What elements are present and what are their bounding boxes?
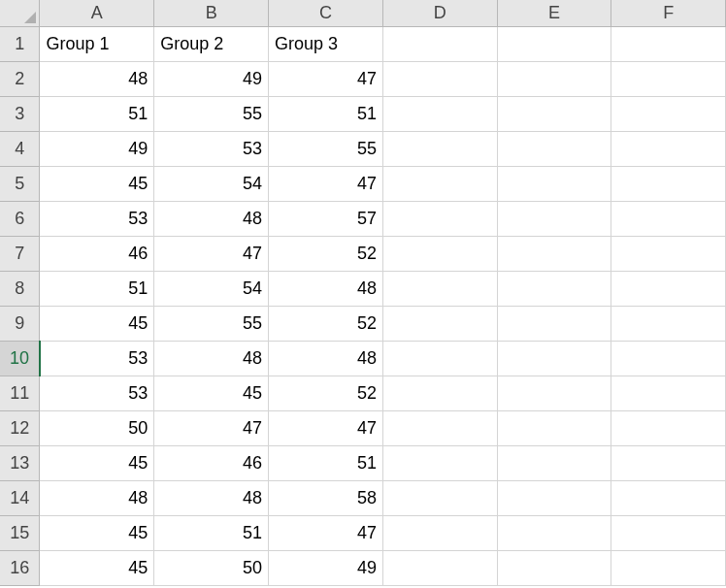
cell-F7[interactable] [611, 236, 726, 271]
cell-A15[interactable]: 45 [40, 515, 154, 550]
cell-A5[interactable]: 45 [40, 166, 154, 201]
cell-A12[interactable]: 50 [40, 410, 154, 445]
row-header-4[interactable]: 4 [0, 131, 40, 166]
row-header-7[interactable]: 7 [0, 236, 40, 271]
cell-E1[interactable] [497, 26, 611, 61]
cell-F9[interactable] [611, 306, 726, 341]
row-header-8[interactable]: 8 [0, 271, 40, 306]
cell-B13[interactable]: 46 [154, 445, 269, 480]
column-header-A[interactable]: A [40, 0, 154, 26]
cell-F6[interactable] [611, 201, 726, 236]
cell-C12[interactable]: 47 [269, 410, 383, 445]
row-header-5[interactable]: 5 [0, 166, 40, 201]
cell-B15[interactable]: 51 [154, 515, 269, 550]
cell-C7[interactable]: 52 [269, 236, 383, 271]
cell-A7[interactable]: 46 [40, 236, 154, 271]
cell-C1[interactable]: Group 3 [269, 26, 383, 61]
column-header-B[interactable]: B [154, 0, 269, 26]
cell-C11[interactable]: 52 [269, 376, 383, 410]
cell-E2[interactable] [497, 61, 611, 96]
cell-B4[interactable]: 53 [154, 131, 269, 166]
cell-C8[interactable]: 48 [269, 271, 383, 306]
cell-D12[interactable] [382, 410, 497, 445]
cell-F13[interactable] [611, 445, 726, 480]
cell-B1[interactable]: Group 2 [154, 26, 269, 61]
cell-A8[interactable]: 51 [40, 271, 154, 306]
cell-A1[interactable]: Group 1 [40, 26, 154, 61]
cell-E4[interactable] [497, 131, 611, 166]
cell-B6[interactable]: 48 [154, 201, 269, 236]
cell-D15[interactable] [382, 515, 497, 550]
cell-B3[interactable]: 55 [154, 96, 269, 131]
cell-F16[interactable] [611, 550, 726, 585]
row-header-10[interactable]: 10 [0, 341, 40, 376]
cell-E14[interactable] [497, 480, 611, 515]
cell-A13[interactable]: 45 [40, 445, 154, 480]
column-header-D[interactable]: D [382, 0, 497, 26]
cell-F1[interactable] [611, 26, 726, 61]
cell-F4[interactable] [611, 131, 726, 166]
cell-D2[interactable] [382, 61, 497, 96]
cell-C16[interactable]: 49 [269, 550, 383, 585]
cell-B10[interactable]: 48 [154, 341, 269, 376]
cell-F11[interactable] [611, 376, 726, 410]
cell-C10[interactable]: 48 [269, 341, 383, 376]
cell-F8[interactable] [611, 271, 726, 306]
cell-E9[interactable] [497, 306, 611, 341]
row-header-15[interactable]: 15 [0, 515, 40, 550]
cell-C5[interactable]: 47 [269, 166, 383, 201]
cell-B16[interactable]: 50 [154, 550, 269, 585]
cell-F14[interactable] [611, 480, 726, 515]
cell-C4[interactable]: 55 [269, 131, 383, 166]
row-header-13[interactable]: 13 [0, 445, 40, 480]
cell-C2[interactable]: 47 [269, 61, 383, 96]
cell-A2[interactable]: 48 [40, 61, 154, 96]
row-header-2[interactable]: 2 [0, 61, 40, 96]
row-header-6[interactable]: 6 [0, 201, 40, 236]
cell-E7[interactable] [497, 236, 611, 271]
cell-C15[interactable]: 47 [269, 515, 383, 550]
cell-E16[interactable] [497, 550, 611, 585]
cell-D5[interactable] [382, 166, 497, 201]
cell-C14[interactable]: 58 [269, 480, 383, 515]
cell-A3[interactable]: 51 [40, 96, 154, 131]
cell-A4[interactable]: 49 [40, 131, 154, 166]
column-header-C[interactable]: C [269, 0, 383, 26]
cell-F15[interactable] [611, 515, 726, 550]
row-header-9[interactable]: 9 [0, 306, 40, 341]
cell-A6[interactable]: 53 [40, 201, 154, 236]
cell-A9[interactable]: 45 [40, 306, 154, 341]
row-header-11[interactable]: 11 [0, 376, 40, 410]
cell-E13[interactable] [497, 445, 611, 480]
cell-E10[interactable] [497, 341, 611, 376]
cell-C6[interactable]: 57 [269, 201, 383, 236]
cell-D14[interactable] [382, 480, 497, 515]
cell-D1[interactable] [382, 26, 497, 61]
cell-D10[interactable] [382, 341, 497, 376]
cell-B8[interactable]: 54 [154, 271, 269, 306]
row-header-16[interactable]: 16 [0, 550, 40, 585]
cell-B5[interactable]: 54 [154, 166, 269, 201]
cell-E8[interactable] [497, 271, 611, 306]
cell-C9[interactable]: 52 [269, 306, 383, 341]
cell-E15[interactable] [497, 515, 611, 550]
cell-C3[interactable]: 51 [269, 96, 383, 131]
cell-B11[interactable]: 45 [154, 376, 269, 410]
column-header-F[interactable]: F [611, 0, 726, 26]
cell-D16[interactable] [382, 550, 497, 585]
cell-D11[interactable] [382, 376, 497, 410]
cell-C13[interactable]: 51 [269, 445, 383, 480]
column-header-E[interactable]: E [497, 0, 611, 26]
row-header-12[interactable]: 12 [0, 410, 40, 445]
cell-E5[interactable] [497, 166, 611, 201]
cell-D9[interactable] [382, 306, 497, 341]
cell-A10[interactable]: 53 [40, 341, 154, 376]
cell-D13[interactable] [382, 445, 497, 480]
cell-D3[interactable] [382, 96, 497, 131]
cell-B12[interactable]: 47 [154, 410, 269, 445]
cell-F12[interactable] [611, 410, 726, 445]
row-header-3[interactable]: 3 [0, 96, 40, 131]
cell-D6[interactable] [382, 201, 497, 236]
cell-D8[interactable] [382, 271, 497, 306]
cell-E11[interactable] [497, 376, 611, 410]
